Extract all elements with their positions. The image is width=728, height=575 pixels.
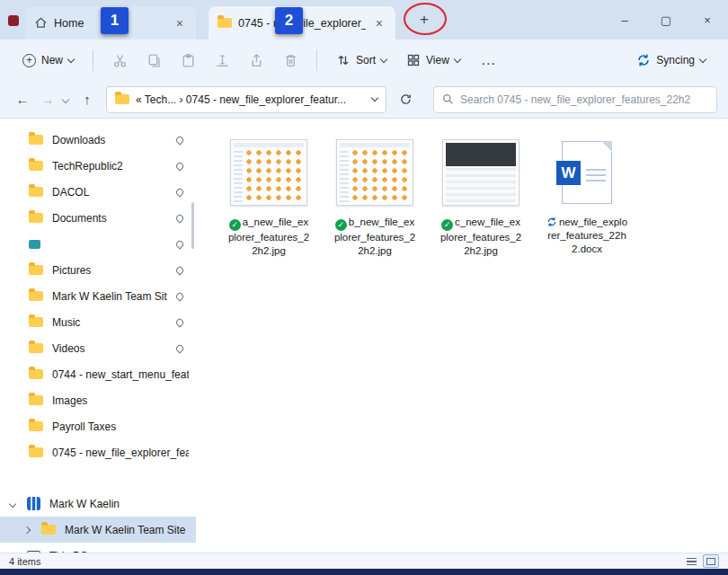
sort-button[interactable]: Sort — [328, 48, 395, 73]
copy-button[interactable] — [138, 46, 169, 75]
sidebar-item-dacol[interactable]: DACOL — [0, 179, 196, 205]
sidebar-item-downloads[interactable]: Downloads — [0, 127, 196, 153]
large-icons-view-icon — [706, 558, 715, 565]
onedrive-org-icon — [27, 497, 40, 510]
onedrive-sync-status[interactable]: Syncing — [628, 48, 714, 73]
file-name: ✓a_new_file_explorer_features_22h2.jpg — [227, 216, 310, 258]
sidebar-item-team-site-pinned[interactable]: Mark W Kaelin Team Site - Do — [0, 283, 196, 309]
sidebar-item-documents[interactable]: Documents — [0, 205, 196, 231]
synced-check-icon: ✓ — [229, 219, 241, 231]
sidebar-item-0744[interactable]: 0744 - new_start_menu_features_ — [0, 361, 196, 387]
cut-button[interactable] — [104, 46, 135, 75]
up-button[interactable]: ↑ — [75, 87, 99, 112]
address-bar[interactable]: « Tech... › 0745 - new_file_explorer_fea… — [106, 86, 386, 113]
breadcrumb-current[interactable]: 0745 - new_file_explorer_featur... — [186, 93, 346, 106]
chevron-down-icon — [454, 55, 461, 62]
folder-icon — [115, 94, 129, 104]
sidebar-item-videos[interactable]: Videos — [0, 335, 196, 361]
sync-icon — [636, 53, 651, 67]
command-bar: + New Sort — [0, 40, 728, 81]
file-item-docx[interactable]: W new_file_explorer_features_22h2.docx — [539, 134, 635, 256]
cut-icon — [112, 53, 128, 68]
delete-button[interactable] — [275, 46, 306, 75]
toolbar-separator — [316, 49, 317, 71]
sidebar-item-team-site-selected[interactable]: Mark W Kaelin Team Site - Doc — [0, 517, 196, 543]
toolbar-separator — [93, 49, 93, 71]
new-button[interactable]: + New — [14, 49, 82, 73]
folder-icon — [218, 18, 232, 28]
synced-check-icon: ✓ — [441, 219, 453, 231]
address-dropdown-chevron-icon[interactable] — [371, 94, 378, 102]
image-thumbnail — [442, 139, 519, 206]
refresh-icon — [399, 93, 413, 106]
taskbar-edge — [0, 569, 728, 575]
tab-folder-close-icon[interactable]: × — [372, 16, 386, 31]
image-file-icon — [29, 240, 40, 249]
tab-home-close-icon[interactable]: × — [173, 16, 187, 31]
folder-icon — [29, 161, 43, 171]
share-button[interactable] — [241, 46, 271, 75]
sidebar-item-screenshot[interactable] — [0, 231, 196, 257]
file-name: ✓b_new_file_explorer_features_22h2.jpg — [333, 216, 416, 258]
search-icon — [442, 93, 454, 105]
chevron-right-icon[interactable] — [23, 526, 31, 533]
sidebar-scrollbar[interactable] — [191, 202, 194, 249]
sort-icon — [336, 53, 351, 67]
downloads-folder-icon — [29, 135, 43, 145]
refresh-button[interactable] — [392, 87, 419, 112]
status-bar: 4 items — [0, 553, 728, 569]
file-name: new_file_explorer_features_22h2.docx — [546, 216, 628, 256]
close-button[interactable]: × — [687, 0, 728, 40]
breadcrumb-parent[interactable]: Tech... — [145, 93, 176, 106]
annotation-red-ellipse — [404, 3, 447, 35]
details-view-icon — [687, 557, 697, 565]
search-input[interactable] — [460, 93, 708, 106]
image-thumbnail — [230, 139, 307, 206]
large-icons-view-button[interactable] — [703, 554, 719, 568]
breadcrumb-prefix: « — [136, 93, 142, 106]
image-thumbnail — [336, 139, 413, 206]
chevron-down-icon — [699, 55, 706, 62]
file-item-c-jpg[interactable]: ✓c_new_file_explorer_features_22h2.jpg — [433, 134, 528, 258]
rename-button[interactable] — [207, 46, 237, 75]
chevron-down-icon[interactable] — [9, 500, 16, 507]
folder-icon — [29, 291, 43, 301]
sidebar-item-pictures[interactable]: Pictures — [0, 257, 196, 283]
syncing-icon — [546, 217, 557, 227]
view-button[interactable]: View — [398, 48, 468, 73]
syncing-label: Syncing — [656, 54, 695, 66]
folder-icon — [29, 187, 43, 197]
sidebar-item-0745[interactable]: 0745 - new_file_explorer_features — [0, 439, 196, 465]
maximize-button[interactable]: ▢ — [645, 0, 687, 40]
file-name: ✓c_new_file_explorer_features_22h2.jpg — [439, 216, 522, 258]
annotation-badge-2: 2 — [275, 7, 303, 34]
folder-icon — [29, 369, 43, 379]
file-item-b-jpg[interactable]: ✓b_new_file_explorer_features_22h2.jpg — [327, 134, 422, 258]
navigation-pane: Downloads TechRepublic2 DACOL Documents … — [0, 119, 196, 553]
music-folder-icon — [29, 317, 43, 327]
plus-circle-icon: + — [22, 54, 36, 67]
paste-button[interactable] — [173, 46, 203, 75]
paste-icon — [181, 53, 196, 68]
pin-icon — [174, 135, 184, 145]
sidebar-item-techrepublic2[interactable]: TechRepublic2 — [0, 153, 196, 179]
minimize-button[interactable]: – — [604, 0, 645, 40]
forward-button[interactable]: → — [36, 87, 59, 112]
search-bar[interactable] — [433, 86, 717, 113]
sidebar-item-music[interactable]: Music — [0, 309, 196, 335]
sidebar-item-images[interactable]: Images — [0, 387, 196, 413]
sidebar-item-payroll-taxes[interactable]: Payroll Taxes — [0, 413, 196, 439]
see-more-button[interactable]: … — [472, 51, 506, 69]
app-icon — [8, 15, 19, 26]
pictures-folder-icon — [29, 265, 43, 275]
file-list-area[interactable]: ✓a_new_file_explorer_features_22h2.jpg ✓… — [196, 119, 728, 553]
sidebar-item-this-pc[interactable]: This PC — [0, 543, 196, 553]
sidebar-item-mark-w-kaelin[interactable]: Mark W Kaelin — [0, 491, 196, 517]
recent-locations-chevron-icon[interactable] — [62, 95, 69, 102]
back-button[interactable]: ← — [11, 87, 34, 112]
details-view-button[interactable] — [683, 554, 699, 568]
folder-icon — [29, 421, 43, 431]
rename-icon — [215, 53, 230, 68]
file-item-a-jpg[interactable]: ✓a_new_file_explorer_features_22h2.jpg — [221, 134, 316, 258]
item-count: 4 items — [9, 556, 40, 567]
